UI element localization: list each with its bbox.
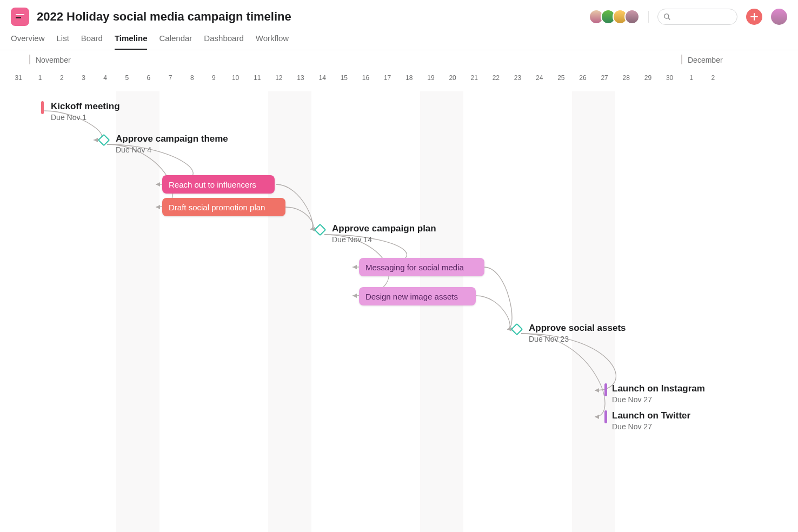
month-tick (29, 55, 30, 64)
task-kickoff-meeting[interactable]: Kickoff meeting Due Nov 1 (51, 101, 120, 122)
task-approve-campaign-theme[interactable]: Approve campaign theme Due Nov 4 (116, 134, 228, 154)
month-row: NovemberDecember (0, 50, 798, 71)
task-title: Approve social assets (529, 323, 626, 334)
avatar[interactable] (624, 9, 640, 24)
search-box[interactable] (657, 9, 737, 25)
day-label: 9 (203, 74, 224, 82)
timeline-view[interactable]: NovemberDecember 31123456789101112131415… (0, 50, 798, 532)
task-approve-campaign-plan[interactable]: Approve campaign plan Due Nov 14 (332, 223, 436, 244)
day-label: 2 (51, 74, 72, 82)
task-title: Messaging for social media (365, 263, 464, 272)
days-row: 3112345678910111213141516171819202122232… (0, 71, 798, 86)
day-label: 5 (116, 74, 138, 82)
task-due: Due Nov 23 (529, 335, 626, 343)
view-tabs: Overview List Board Timeline Calendar Da… (0, 26, 798, 50)
day-label: 24 (529, 74, 550, 82)
day-label: 4 (95, 74, 116, 82)
svg-line-1 (668, 18, 670, 20)
milestone-icon[interactable] (314, 224, 327, 236)
search-input[interactable] (674, 13, 732, 21)
tab-overview[interactable]: Overview (11, 34, 45, 50)
task-due: Due Nov 27 (612, 395, 705, 404)
task-title: Approve campaign plan (332, 223, 436, 234)
task-area: Kickoff meeting Due Nov 1 Approve campai… (0, 91, 798, 532)
task-messaging-social-media[interactable]: Messaging for social media (359, 258, 484, 276)
tab-calendar[interactable]: Calendar (159, 34, 192, 50)
day-label: 27 (594, 74, 615, 82)
milestone-icon[interactable] (98, 134, 110, 147)
tab-timeline[interactable]: Timeline (115, 34, 148, 50)
task-due: Due Nov 14 (332, 235, 436, 244)
day-label: 17 (377, 74, 398, 82)
divider (648, 11, 649, 23)
member-avatars[interactable] (592, 9, 640, 24)
day-label: 21 (463, 74, 485, 82)
task-title: Kickoff meeting (51, 101, 120, 112)
day-label: 28 (615, 74, 637, 82)
day-label: 2 (702, 74, 724, 82)
task-title: Approve campaign theme (116, 134, 228, 144)
task-launch-instagram[interactable]: Launch on Instagram Due Nov 27 (612, 383, 705, 404)
task-due: Due Nov 4 (116, 145, 228, 154)
task-title: Launch on Instagram (612, 383, 705, 394)
task-bar (604, 383, 607, 396)
day-label: 25 (550, 74, 572, 82)
day-label: 13 (290, 74, 311, 82)
month-tick (681, 55, 682, 64)
task-title: Reach out to influencers (169, 180, 256, 189)
task-title: Launch on Twitter (612, 410, 690, 421)
day-label: 3 (72, 74, 94, 82)
tab-board[interactable]: Board (81, 34, 103, 50)
svg-point-0 (664, 14, 669, 18)
month-label: November (36, 56, 71, 64)
tab-list[interactable]: List (57, 34, 69, 50)
task-bar (41, 101, 44, 114)
day-label: 30 (659, 74, 681, 82)
day-label: 29 (637, 74, 659, 82)
user-avatar[interactable] (771, 9, 787, 25)
add-button[interactable] (746, 9, 762, 25)
day-label: 10 (225, 74, 247, 82)
task-due: Due Nov 1 (51, 113, 120, 122)
day-label: 7 (159, 74, 181, 82)
day-label: 19 (420, 74, 442, 82)
day-label: 1 (681, 74, 702, 82)
day-label: 23 (507, 74, 528, 82)
task-bar (604, 410, 607, 423)
task-title: Design new image assets (365, 292, 458, 301)
day-label: 26 (572, 74, 594, 82)
tab-dashboard[interactable]: Dashboard (204, 34, 243, 50)
day-label: 15 (333, 74, 355, 82)
milestone-icon[interactable] (511, 323, 523, 336)
day-label: 22 (485, 74, 507, 82)
tab-workflow[interactable]: Workflow (256, 34, 289, 50)
task-design-image-assets[interactable]: Design new image assets (359, 287, 476, 305)
plus-icon (750, 13, 758, 21)
day-label: 1 (29, 74, 51, 82)
month-label: December (688, 56, 723, 64)
task-reach-out-influencers[interactable]: Reach out to influencers (162, 175, 275, 194)
task-launch-twitter[interactable]: Launch on Twitter Due Nov 27 (612, 410, 690, 431)
day-label: 11 (247, 74, 268, 82)
day-label: 18 (398, 74, 420, 82)
day-label: 12 (268, 74, 290, 82)
day-label: 6 (138, 74, 159, 82)
task-due: Due Nov 27 (612, 422, 690, 431)
day-label: 8 (181, 74, 203, 82)
day-label: 16 (355, 74, 376, 82)
task-draft-social-promotion-plan[interactable]: Draft social promotion plan (162, 198, 285, 216)
day-label: 20 (442, 74, 463, 82)
page-title: 2022 Holiday social media campaign timel… (37, 10, 291, 24)
day-label: 14 (311, 74, 333, 82)
day-label: 31 (8, 74, 29, 82)
task-approve-social-assets[interactable]: Approve social assets Due Nov 23 (529, 323, 626, 343)
project-icon[interactable] (11, 8, 29, 26)
task-title: Draft social promotion plan (169, 203, 265, 212)
search-icon (663, 13, 671, 21)
